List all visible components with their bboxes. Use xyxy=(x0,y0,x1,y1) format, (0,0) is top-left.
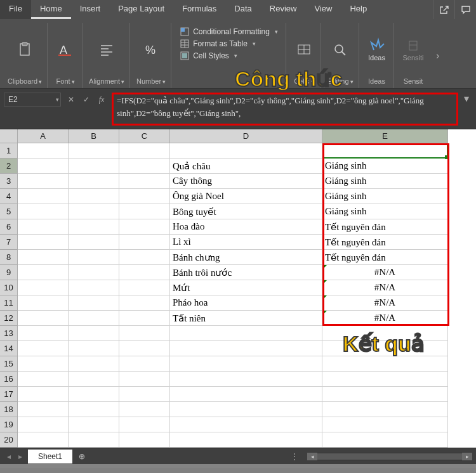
cell-A14[interactable] xyxy=(18,341,69,356)
cell-E15[interactable] xyxy=(322,356,448,372)
row-headers[interactable]: 1234567891011121314151617181920 xyxy=(0,143,18,448)
row-header-13[interactable]: 13 xyxy=(0,326,18,341)
cell-C9[interactable] xyxy=(119,265,170,280)
col-header-C[interactable]: C xyxy=(119,129,170,143)
row-header-9[interactable]: 9 xyxy=(0,265,18,280)
ribbon-overflow[interactable]: › xyxy=(433,23,443,88)
conditional-formatting-button[interactable]: Conditional Formatting▾ xyxy=(178,27,281,37)
cell-D6[interactable]: Hoa đào xyxy=(170,219,322,235)
cell-B13[interactable] xyxy=(69,326,119,341)
sheet-tab-menu[interactable]: ⋮ xyxy=(291,452,298,461)
name-box[interactable]: E2 ▾ xyxy=(4,93,61,107)
cell-D4[interactable]: Ông già Noel xyxy=(170,189,322,204)
row-header-17[interactable]: 17 xyxy=(0,387,18,402)
row-header-20[interactable]: 20 xyxy=(0,432,18,448)
menu-review[interactable]: Review xyxy=(261,0,306,19)
cell-E13[interactable] xyxy=(322,326,448,341)
menu-formulas[interactable]: Formulas xyxy=(173,0,225,19)
cell-E3[interactable]: Giáng sinh xyxy=(322,174,448,189)
row-header-16[interactable]: 16 xyxy=(0,372,18,387)
cell-D1[interactable] xyxy=(170,143,322,159)
cell-E1[interactable] xyxy=(322,143,448,159)
formula-input[interactable] xyxy=(112,93,458,126)
cell-A5[interactable] xyxy=(18,204,69,219)
col-header-A[interactable]: A xyxy=(18,129,69,143)
horizontal-scrollbar[interactable]: ◂ ▸ xyxy=(307,453,472,460)
cell-E4[interactable]: Giáng sinh xyxy=(322,189,448,204)
cell-C13[interactable] xyxy=(119,326,170,341)
cell-A2[interactable] xyxy=(18,159,69,174)
cell-C16[interactable] xyxy=(119,372,170,387)
cell-B10[interactable] xyxy=(69,280,119,295)
cell-C7[interactable] xyxy=(119,235,170,250)
cell-D16[interactable] xyxy=(170,372,322,387)
cell-E2[interactable]: Giáng sinh xyxy=(322,159,448,174)
row-header-2[interactable]: 2 xyxy=(0,159,18,174)
cell-D19[interactable] xyxy=(170,417,322,432)
cell-D13[interactable] xyxy=(170,326,322,341)
cell-E7[interactable]: Tết nguyên đán xyxy=(322,235,448,250)
cell-B16[interactable] xyxy=(69,372,119,387)
sheet-nav-next[interactable]: ▸ xyxy=(15,452,25,461)
share-button[interactable] xyxy=(433,0,454,19)
cell-D14[interactable] xyxy=(170,341,322,356)
cell-D12[interactable]: Tất niên xyxy=(170,311,322,326)
cell-C15[interactable] xyxy=(119,356,170,372)
alignment-button[interactable] xyxy=(95,39,118,60)
cell-C17[interactable] xyxy=(119,387,170,402)
cell-E11[interactable]: #N/A xyxy=(322,295,448,311)
cell-styles-button[interactable]: Cell Styles▾ xyxy=(178,51,281,61)
editing-button[interactable] xyxy=(329,39,352,60)
cell-A3[interactable] xyxy=(18,174,69,189)
cell-A15[interactable] xyxy=(18,356,69,372)
cell-C1[interactable] xyxy=(119,143,170,159)
cell-B14[interactable] xyxy=(69,341,119,356)
cell-A1[interactable] xyxy=(18,143,69,159)
cell-C5[interactable] xyxy=(119,204,170,219)
cell-A17[interactable] xyxy=(18,387,69,402)
row-header-18[interactable]: 18 xyxy=(0,402,18,417)
col-header-E[interactable]: E xyxy=(322,129,448,143)
cell-B15[interactable] xyxy=(69,356,119,372)
font-button[interactable]: A xyxy=(54,39,77,60)
cell-E19[interactable] xyxy=(322,417,448,432)
row-header-6[interactable]: 6 xyxy=(0,219,18,235)
cell-E9[interactable]: #N/A xyxy=(322,265,448,280)
cell-B6[interactable] xyxy=(69,219,119,235)
cell-E18[interactable] xyxy=(322,402,448,417)
cell-B17[interactable] xyxy=(69,387,119,402)
cell-B18[interactable] xyxy=(69,402,119,417)
cell-D5[interactable]: Bông tuyết xyxy=(170,204,322,219)
cell-A11[interactable] xyxy=(18,295,69,311)
format-as-table-button[interactable]: Format as Table▾ xyxy=(178,39,281,49)
cell-B9[interactable] xyxy=(69,265,119,280)
cell-D15[interactable] xyxy=(170,356,322,372)
cell-E5[interactable]: Giáng sinh xyxy=(322,204,448,219)
number-button[interactable]: % xyxy=(140,39,162,60)
cell-D11[interactable]: Pháo hoa xyxy=(170,295,322,311)
cell-A6[interactable] xyxy=(18,219,69,235)
cell-B5[interactable] xyxy=(69,204,119,219)
cell-E17[interactable] xyxy=(322,387,448,402)
cell-C19[interactable] xyxy=(119,417,170,432)
menu-page-layout[interactable]: Page Layout xyxy=(109,0,173,19)
cell-D18[interactable] xyxy=(170,402,322,417)
cell-E10[interactable]: #N/A xyxy=(322,280,448,295)
cell-D20[interactable] xyxy=(170,432,322,448)
cell-E12[interactable]: #N/A xyxy=(322,311,448,326)
ideas-button[interactable]: Ideas xyxy=(366,35,388,64)
cell-A8[interactable] xyxy=(18,250,69,265)
cell-E16[interactable] xyxy=(322,372,448,387)
cell-C11[interactable] xyxy=(119,295,170,311)
menu-file[interactable]: File xyxy=(0,0,31,19)
cell-D7[interactable]: Lì xì xyxy=(170,235,322,250)
cell-E6[interactable]: Tết nguyên đán xyxy=(322,219,448,235)
comments-button[interactable] xyxy=(454,0,476,19)
cell-D8[interactable]: Bánh chưng xyxy=(170,250,322,265)
cell-E14[interactable] xyxy=(322,341,448,356)
cell-C10[interactable] xyxy=(119,280,170,295)
cell-D9[interactable]: Bánh trôi nước xyxy=(170,265,322,280)
cell-C3[interactable] xyxy=(119,174,170,189)
cell-E20[interactable] xyxy=(322,432,448,448)
cell-A4[interactable] xyxy=(18,189,69,204)
